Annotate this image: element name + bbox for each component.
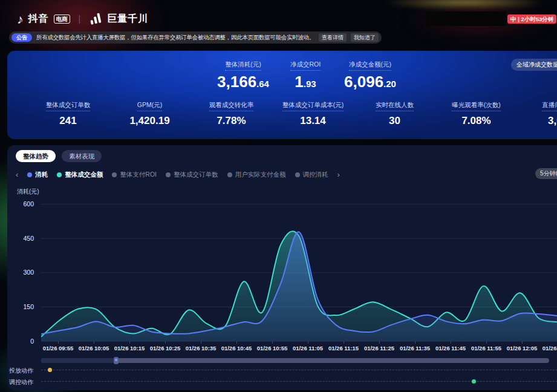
secondary-metric: 观看成交转化率7.78% bbox=[191, 99, 272, 127]
metric-label: 观看成交转化率 bbox=[191, 99, 272, 111]
qianchuan-live-dashboard: ♪ 抖音 电商 | 巨量千川 中 | 2小时53分钟 | 公告 所有成交数据会先… bbox=[0, 0, 557, 392]
bg-glow bbox=[363, 0, 557, 11]
metric-label-text: 整体成交订单成本(元) bbox=[282, 101, 344, 111]
secondary-metric: GPM(元)1,420.19 bbox=[109, 99, 191, 127]
y-tick-label: 300 bbox=[15, 269, 34, 276]
metric-label-text: 净成交金额(元) bbox=[349, 60, 391, 71]
legend-item[interactable]: 整体成交订单数 bbox=[166, 171, 218, 179]
x-tick-label: 01/26 12:05 bbox=[507, 345, 538, 351]
metric-value-dec: .20 bbox=[383, 79, 396, 89]
metric-label-text: 观看成交转化率 bbox=[209, 101, 254, 111]
x-tick-mark bbox=[308, 341, 308, 344]
legend-item[interactable]: 用户实际支付金额 bbox=[227, 171, 286, 179]
metric-value: 1,420.19 bbox=[109, 115, 191, 127]
metric-value-int: 6,096 bbox=[344, 73, 383, 91]
metric-value: 7.78% bbox=[191, 115, 272, 127]
metric-label-text: 整体成交订单数 bbox=[46, 101, 91, 111]
x-tick-mark bbox=[415, 341, 415, 344]
legend-item[interactable]: 调控消耗 bbox=[295, 171, 328, 179]
metric-label: 整体消耗(元) bbox=[217, 58, 269, 71]
legend-dot-icon bbox=[227, 172, 232, 177]
legend-label: 整体成交金额 bbox=[65, 171, 103, 179]
legend-item[interactable]: 整体支付ROI bbox=[112, 171, 157, 179]
x-tick-label: 01/26 09:55 bbox=[43, 345, 74, 351]
action-event-dot[interactable] bbox=[48, 368, 52, 372]
secondary-metric: 整体成交订单成本(元)13.14 bbox=[272, 99, 354, 127]
metric-label: 直播间整体 bbox=[517, 99, 557, 111]
legend-label: 整体成交订单数 bbox=[174, 171, 218, 179]
x-tick-label: 01/26 10:55 bbox=[257, 345, 288, 351]
x-tick-label: 01/26 10:35 bbox=[186, 345, 217, 351]
got-it-button[interactable]: 我知道了 bbox=[351, 33, 379, 42]
chart-legend: ‹消耗整体成交金额整体支付ROI整体成交订单数用户实际支付金额调控消耗› bbox=[16, 171, 340, 179]
header: ♪ 抖音 电商 | 巨量千川 bbox=[17, 10, 148, 28]
metrics-panel: 全域净成交数据 ∨ 整体消耗(元)3,166.64净成交ROI1.93净成交金额… bbox=[7, 51, 557, 139]
legend-label: 用户实际支付金额 bbox=[235, 171, 286, 179]
action-event-dot[interactable] bbox=[472, 379, 476, 384]
douyin-brand-text: 抖音 bbox=[28, 13, 49, 25]
x-tick-label: 01/26 10:45 bbox=[221, 345, 252, 351]
metric-label: GPM(元) bbox=[109, 99, 191, 111]
secondary-metric: 直播间整体3,09 bbox=[517, 99, 557, 127]
action-row-dashline bbox=[41, 370, 557, 370]
metric-value: 1.93 bbox=[290, 73, 321, 93]
x-tick-label: 01/26 11:55 bbox=[471, 345, 501, 351]
trend-chart[interactable] bbox=[41, 204, 557, 342]
x-tick-mark bbox=[522, 341, 523, 344]
x-tick-mark bbox=[344, 341, 344, 344]
metric-label: 净成交ROI bbox=[290, 58, 321, 71]
legend-dot-icon bbox=[57, 172, 62, 177]
scope-selector-dropdown[interactable]: 全域净成交数据 ∨ bbox=[511, 59, 557, 71]
legend-item[interactable]: 消耗 bbox=[27, 171, 48, 179]
qianchuan-brand-text: 巨量千川 bbox=[107, 13, 148, 25]
legend-dot-icon bbox=[112, 172, 117, 177]
legend-label: 整体支付ROI bbox=[120, 171, 157, 179]
action-row-label: 调控动作 bbox=[9, 378, 33, 387]
y-tick-label: 450 bbox=[15, 235, 34, 242]
ecommerce-badge: 电商 bbox=[54, 15, 70, 24]
metric-label: 曝光观看率(次数) bbox=[435, 99, 517, 111]
legend-dot-icon bbox=[27, 172, 32, 177]
legend-item[interactable]: 整体成交金额 bbox=[57, 171, 103, 179]
secondary-metrics-row: 整体成交订单数241GPM(元)1,420.19观看成交转化率7.78%整体成交… bbox=[27, 99, 557, 127]
metric-label-text: 直播间整体 bbox=[542, 101, 557, 111]
metric-label-text: 实时在线人数 bbox=[376, 101, 414, 111]
metric-label-text: GPM(元) bbox=[137, 101, 162, 111]
x-tick-mark bbox=[201, 341, 201, 344]
x-tick-label: 01/26 10:05 bbox=[79, 345, 109, 351]
metric-value: 241 bbox=[27, 115, 109, 127]
scrollbar-handle[interactable] bbox=[114, 357, 119, 364]
header-right-divider: | bbox=[552, 15, 554, 22]
legend-next-icon[interactable]: › bbox=[337, 171, 340, 178]
series-area-消耗 bbox=[41, 232, 557, 341]
primary-metric: 整体消耗(元)3,166.64 bbox=[217, 58, 269, 93]
action-row-label: 投放动作 bbox=[9, 367, 33, 375]
metric-label: 整体成交订单成本(元) bbox=[272, 99, 354, 111]
secondary-metric: 曝光观看率(次数)7.08% bbox=[435, 99, 517, 127]
metric-value: 30 bbox=[354, 115, 435, 127]
qianchuan-logo-icon bbox=[89, 13, 102, 25]
x-tick-label: 01/26 11:15 bbox=[328, 345, 359, 351]
legend-prev-icon[interactable]: ‹ bbox=[16, 171, 18, 178]
metric-value: 13.14 bbox=[272, 115, 354, 127]
y-tick-label: 150 bbox=[15, 303, 34, 310]
x-tick-mark bbox=[165, 341, 166, 344]
metric-label-text: 整体消耗(元) bbox=[225, 60, 261, 71]
metric-label-text: 净成交ROI bbox=[290, 60, 321, 71]
secondary-metric: 整体成交订单数241 bbox=[27, 99, 109, 127]
x-tick-label: 01/26 11:35 bbox=[400, 345, 430, 351]
metric-label: 净成交金额(元) bbox=[344, 58, 396, 71]
x-tick-label: 01/26 11:45 bbox=[435, 345, 466, 351]
tab-active[interactable]: 整体趋势 bbox=[16, 150, 56, 162]
x-tick-mark bbox=[451, 341, 451, 344]
primary-metric: 净成交ROI1.93 bbox=[290, 58, 321, 93]
metric-label-text: 曝光观看率(次数) bbox=[452, 101, 501, 111]
granularity-dropdown[interactable]: 5分钟粒度 bbox=[535, 168, 557, 179]
metric-value: 3,166.64 bbox=[217, 73, 269, 93]
notice-badge: 公告 bbox=[11, 33, 32, 42]
tab-inactive[interactable]: 素材表现 bbox=[62, 150, 102, 162]
action-row-dashline bbox=[41, 381, 557, 382]
time-range-scrollbar[interactable] bbox=[41, 358, 549, 363]
x-tick-mark bbox=[94, 341, 94, 344]
view-details-button[interactable]: 查看详情 bbox=[319, 33, 347, 42]
